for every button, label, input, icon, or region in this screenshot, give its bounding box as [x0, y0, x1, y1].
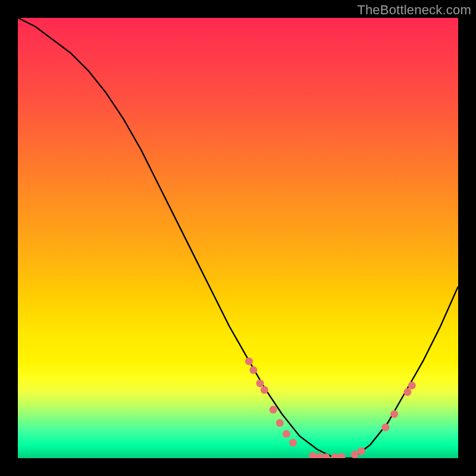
data-marker: [408, 381, 416, 389]
data-marker: [381, 424, 389, 431]
data-marker: [309, 452, 317, 458]
data-marker: [256, 380, 264, 387]
data-marker: [270, 406, 277, 414]
curve-line: [18, 18, 458, 458]
data-marker: [315, 453, 323, 458]
data-marker: [351, 451, 359, 458]
data-marker: [322, 453, 330, 458]
data-marker: [261, 386, 268, 394]
data-marker: [283, 430, 290, 438]
data-marker: [358, 447, 365, 455]
data-marker: [245, 358, 253, 365]
chart-svg: [18, 18, 458, 458]
marker-group: [245, 358, 416, 458]
chart-area: [18, 18, 458, 458]
data-marker: [390, 411, 398, 418]
data-marker: [289, 439, 297, 447]
attribution-label: TheBottleneck.com: [357, 2, 471, 18]
data-marker: [276, 419, 284, 427]
data-marker: [403, 389, 411, 396]
data-marker: [331, 453, 339, 458]
data-marker: [337, 453, 345, 458]
data-marker: [249, 367, 257, 374]
